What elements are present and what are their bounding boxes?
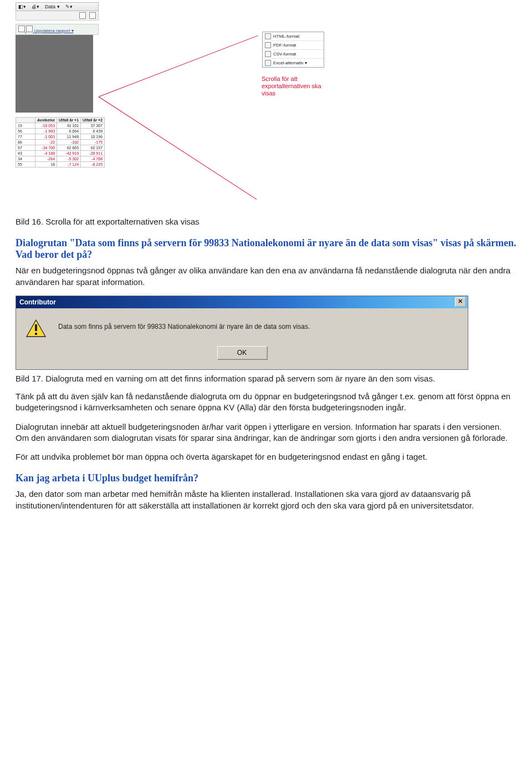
table-row: 34-264-5 302-4 708 [16,156,105,162]
table-header: Avvikelse [35,118,57,123]
table-cell: -264 [35,156,57,162]
file-icon [265,60,271,66]
table-row: 19-10 05341 10137 307 [16,123,105,129]
toolbar-icon: ◧▾ [18,4,26,9]
table-cell: -34 700 [35,145,57,151]
table-row: 5518-7 124-8 225 [16,162,105,167]
dialog-message: Data som finns på servern för 99833 Nati… [58,319,310,330]
grey-sidebar-block [16,35,93,113]
table-header: Utfall år +1 [57,118,81,123]
table-cell: 43 [16,151,35,156]
arrow-line-1 [99,35,258,97]
table-row: 97-34 70062 86562 157 [16,145,105,151]
caption-bild-16: Bild 16. Scrolla för att exportalternati… [16,216,516,227]
table-cell: 11 948 [57,134,81,140]
dialog-body: Data som finns på servern för 99833 Nati… [16,308,468,344]
export-option-label: Excel-alternativ ▾ [273,60,307,65]
table-cell: 77 [16,134,35,140]
dialog-title: Contributor [19,298,56,306]
export-option[interactable]: CSV-format [263,50,324,59]
export-screenshot: ◧▾ 🖨▾ Data ▾ ✎▾ Uppdatera rapport ▾ Avvi… [16,2,348,213]
table-cell: -4 708 [81,156,105,162]
table-cell: 10 196 [81,134,105,140]
paper-icon [26,26,33,32]
tb-icon-2[interactable] [89,12,96,19]
caption-bild-17: Bild 17. Dialogruta med en varning om at… [16,373,516,384]
data-dropdown[interactable]: Data ▾ [45,4,60,9]
para-think: Tänk på att du även själv kan få nedanst… [16,391,516,414]
table-cell: -1 983 [35,129,57,134]
para-avoid: För att undvika problemet bör man öppna … [16,451,516,462]
ok-button[interactable]: OK [217,346,267,359]
para-meaning: Dialogrutan innebär att aktuell budgeter… [16,421,516,444]
table-cell: -7 124 [57,162,81,167]
table-cell: -42 919 [57,151,81,156]
arrow-line-2 [99,96,257,200]
table-cell: -22 [35,140,57,145]
table-row: 86-22-102-175 [16,140,105,145]
plus-icon [18,26,25,32]
table-row: 77-1 00311 94810 196 [16,134,105,140]
table-cell: 86 [16,140,35,145]
contributor-dialog: Contributor ✕ Data som finns på servern … [16,296,468,370]
scroll-annotation: Scrolla för att exportalternativen ska v… [262,75,334,98]
export-option-label: HTML-format [273,34,299,39]
export-option-label: CSV-format [273,52,296,57]
table-cell: 41 101 [57,123,81,129]
table-cell: -102 [57,140,81,145]
table-cell: 6 439 [81,129,105,134]
toolbar-row-2 [16,11,99,21]
table-cell: -4 188 [35,151,57,156]
svg-rect-1 [35,324,37,331]
table-cell: -175 [81,140,105,145]
export-menu: HTML-formatPDF-formatCSV-formatExcel-alt… [262,32,324,68]
close-icon[interactable]: ✕ [455,297,466,307]
table-cell: -1 003 [35,134,57,140]
update-report-link[interactable]: Uppdatera rapport ▾ [16,24,99,35]
table-cell: -20 911 [81,151,105,156]
table-header: Utfall år +2 [81,118,105,123]
table-cell: -10 053 [35,123,57,129]
table-cell: -8 225 [81,162,105,167]
table-cell: 62 157 [81,145,105,151]
app-toolbar: ◧▾ 🖨▾ Data ▾ ✎▾ [16,2,99,11]
question-home-body: Ja, den dator som man arbetar med hemifr… [16,489,516,511]
table-cell: -5 302 [57,156,81,162]
tb-icon-1[interactable] [79,12,86,19]
table-header [16,118,35,123]
table-row: 43-4 188-42 919-20 911 [16,151,105,156]
table-cell: 34 [16,156,35,162]
table-cell: 6 064 [57,129,81,134]
export-option[interactable]: HTML-format [263,32,324,41]
question-home-heading: Kan jag arbeta i UUplus budget hemifrån? [16,472,516,484]
file-icon [265,33,271,39]
export-option[interactable]: Excel-alternativ ▾ [263,59,324,67]
table-cell: 19 [16,123,35,129]
table-cell: 37 307 [81,123,105,129]
budget-minitable: AvvikelseUtfall år +1Utfall år +2 19-10 … [16,117,105,167]
table-cell: 62 865 [57,145,81,151]
dialog-titlebar: Contributor ✕ [16,296,468,308]
question-dialog-body: När en budgeteringsnod öppnas två gånger… [16,265,516,288]
toolbar-printer-icon: 🖨▾ [32,4,39,9]
export-option-label: PDF-format [273,43,296,48]
toolbar-tool-icon: ✎▾ [65,4,73,9]
file-icon [265,42,271,48]
table-cell: 55 [16,162,35,167]
update-report-label: Uppdatera rapport ▾ [34,28,73,33]
warning-icon [26,319,46,337]
table-cell: 18 [35,162,57,167]
table-row: 56-1 9836 0646 439 [16,129,105,134]
export-option[interactable]: PDF-format [263,41,324,50]
file-icon [265,51,271,57]
dialog-button-row: OK [16,344,468,369]
svg-rect-2 [35,333,37,335]
table-cell: 56 [16,129,35,134]
table-cell: 97 [16,145,35,151]
question-dialog-heading: Dialogrutan "Data som finns på servern f… [16,237,516,261]
